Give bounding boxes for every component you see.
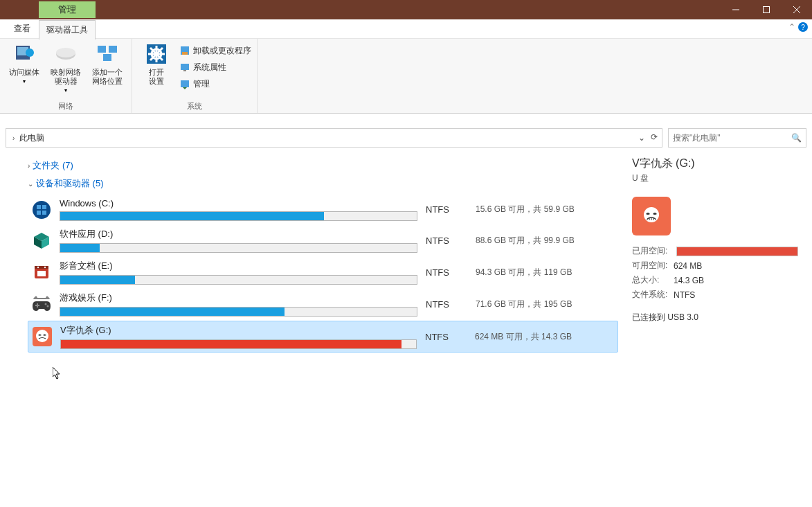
svg-rect-32 xyxy=(37,271,46,276)
chevron-right-icon: › xyxy=(10,134,17,142)
svg-rect-29 xyxy=(35,266,48,269)
help-icon[interactable]: ? xyxy=(798,22,808,32)
window-controls xyxy=(721,0,812,19)
svg-rect-27 xyxy=(42,211,46,215)
drive-usage-bar xyxy=(60,275,417,285)
drive-tools-tab[interactable]: 驱动器工具 xyxy=(39,20,96,39)
drive-filesystem: NTFS xyxy=(425,332,467,342)
address-row: › 此电脑 ⌄ ⟳ 🔍 xyxy=(0,126,812,150)
close-button[interactable] xyxy=(782,0,812,19)
drive-item[interactable]: 软件应用 (D:)NTFS88.6 GB 可用，共 99.9 GB xyxy=(28,225,618,256)
drive-icon xyxy=(53,42,78,66)
avail-space-value: 624 MB xyxy=(674,261,702,271)
svg-rect-25 xyxy=(42,205,46,209)
computer-icon xyxy=(12,42,37,66)
group-label-system: 系统 xyxy=(138,100,251,112)
system-properties-button[interactable]: 系统属性 xyxy=(179,60,251,75)
svg-point-34 xyxy=(47,305,49,308)
svg-rect-21 xyxy=(183,70,186,71)
view-menu[interactable]: 查看 xyxy=(6,19,39,39)
devices-section[interactable]: ⌄ 设备和驱动器 (5) xyxy=(28,177,618,190)
svg-rect-22 xyxy=(181,80,189,87)
connection-status: 已连接到 USB 3.0 xyxy=(632,312,698,323)
svg-point-31 xyxy=(44,267,46,268)
svg-point-33 xyxy=(45,303,47,305)
breadcrumb[interactable]: › 此电脑 ⌄ ⟳ xyxy=(6,128,662,148)
media-icon xyxy=(32,263,51,282)
nav-pane xyxy=(0,150,21,354)
windows-icon xyxy=(32,200,51,220)
drive-name: 软件应用 (D:) xyxy=(60,228,417,240)
cube-icon xyxy=(32,231,51,250)
chevron-down-icon: ⌄ xyxy=(28,180,33,188)
svg-rect-36 xyxy=(37,303,38,308)
avail-space-label: 可用空间: xyxy=(632,260,674,272)
breadcrumb-this-pc[interactable]: 此电脑 xyxy=(19,132,44,144)
chevron-right-icon: › xyxy=(28,162,30,170)
drive-stats: 71.6 GB 可用，共 195 GB xyxy=(476,299,614,310)
drive-filesystem: NTFS xyxy=(426,267,467,278)
drive-stats: 88.6 GB 可用，共 99.9 GB xyxy=(476,235,614,247)
minimize-button[interactable] xyxy=(721,0,751,19)
filesystem-value: NTFS xyxy=(674,290,695,300)
svg-point-6 xyxy=(26,48,34,57)
add-location-button[interactable]: 添加一个 网络位置 xyxy=(89,42,126,86)
manage-tab[interactable]: 管理 xyxy=(39,1,96,18)
search-box[interactable]: 🔍 xyxy=(668,128,806,148)
computer-icon xyxy=(179,62,190,73)
gamepad-icon xyxy=(32,294,51,314)
chevron-down-icon xyxy=(64,87,67,94)
svg-rect-20 xyxy=(181,64,189,70)
mask-icon xyxy=(640,205,662,227)
uninstall-icon xyxy=(179,45,190,56)
drive-name: Windows (C:) xyxy=(60,198,417,208)
drive-list: › 文件夹 (7) ⌄ 设备和驱动器 (5) Windows (C:)NTFS1… xyxy=(28,155,618,354)
maximize-button[interactable] xyxy=(751,0,782,19)
refresh-icon[interactable]: ⟳ xyxy=(651,132,658,142)
drive-name: V字仇杀 (G:) xyxy=(60,324,417,337)
uninstall-button[interactable]: 卸载或更改程序 xyxy=(179,43,251,58)
collapse-ribbon-icon[interactable]: ⌃ xyxy=(788,22,795,32)
svg-rect-10 xyxy=(109,46,117,53)
mask-icon xyxy=(33,327,52,346)
drive-stats: 15.6 GB 可用，共 59.9 GB xyxy=(476,204,614,215)
svg-rect-26 xyxy=(37,211,41,215)
search-icon[interactable]: 🔍 xyxy=(791,133,802,143)
menubar: 查看 驱动器工具 ⌃ ? xyxy=(0,19,812,39)
search-input[interactable] xyxy=(673,133,802,143)
used-space-bar xyxy=(676,247,798,256)
manage-icon xyxy=(179,78,190,89)
total-size-label: 总大小: xyxy=(632,274,674,286)
manage-button[interactable]: 管理 xyxy=(179,76,251,91)
network-location-icon xyxy=(95,42,120,66)
svg-rect-9 xyxy=(98,46,106,53)
open-settings-button[interactable]: 打开 设置 xyxy=(138,42,175,86)
cursor-icon xyxy=(53,367,64,381)
drive-usage-bar xyxy=(60,243,417,253)
ribbon: 访问媒体 映射网络 驱动器 添加一个 网络位置 网络 xyxy=(0,39,812,114)
drive-item[interactable]: 影音文档 (E:)NTFS94.3 GB 可用，共 119 GB xyxy=(28,257,618,287)
drive-usage-bar xyxy=(60,339,417,349)
group-label-network: 网络 xyxy=(6,100,126,112)
access-media-button[interactable]: 访问媒体 xyxy=(6,42,43,84)
map-drive-button[interactable]: 映射网络 驱动器 xyxy=(47,42,84,94)
drive-usage-bar xyxy=(60,211,417,221)
chevron-down-icon[interactable]: ⌄ xyxy=(638,133,645,143)
drive-item[interactable]: V字仇杀 (G:)NTFS624 MB 可用，共 14.3 GB xyxy=(28,321,618,353)
drive-stats: 624 MB 可用，共 14.3 GB xyxy=(475,331,613,343)
drive-usage-bar xyxy=(60,307,417,317)
drive-item[interactable]: Windows (C:)NTFS15.6 GB 可用，共 59.9 GB xyxy=(28,195,618,224)
filesystem-label: 文件系统: xyxy=(632,289,674,301)
details-title: V字仇杀 (G:) xyxy=(632,157,798,171)
drive-name: 游戏娱乐 (F:) xyxy=(60,292,417,304)
svg-point-30 xyxy=(37,267,39,268)
drive-filesystem: NTFS xyxy=(426,204,467,215)
svg-point-38 xyxy=(36,330,48,342)
total-size-value: 14.3 GB xyxy=(674,276,704,285)
folders-section[interactable]: › 文件夹 (7) xyxy=(28,159,618,172)
svg-rect-11 xyxy=(103,54,111,61)
details-pane: V字仇杀 (G:) U 盘 已用空间: 可用空间: 624 MB 总大小: 14… xyxy=(632,155,798,354)
details-subtitle: U 盘 xyxy=(632,172,798,184)
drive-item[interactable]: 游戏娱乐 (F:)NTFS71.6 GB 可用，共 195 GB xyxy=(28,289,618,319)
svg-rect-24 xyxy=(37,205,41,209)
